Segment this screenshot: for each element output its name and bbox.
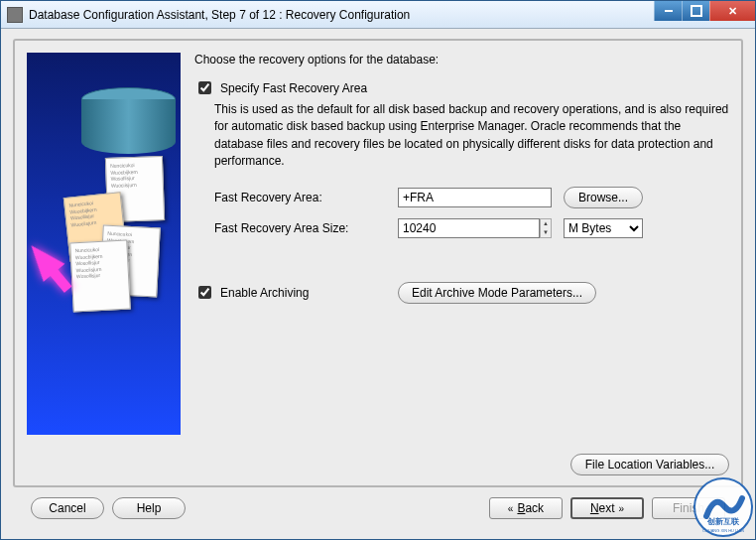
fra-size-unit-select[interactable]: M Bytes	[564, 218, 643, 238]
fra-path-label: Fast Recovery Area:	[214, 191, 398, 204]
specify-fra-checkbox-row[interactable]: Specify Fast Recovery Area	[194, 78, 729, 97]
maximize-button[interactable]	[682, 1, 709, 21]
spinner-down-icon[interactable]: ▼	[541, 228, 551, 237]
next-arrow-icon: »	[619, 503, 625, 514]
specify-fra-checkbox[interactable]	[198, 81, 211, 94]
fra-size-label: Fast Recovery Area Size:	[214, 221, 398, 235]
finish-button: Finish	[652, 497, 725, 519]
archiving-row: Enable Archiving Edit Archive Mode Param…	[194, 282, 729, 304]
next-button[interactable]: Next »	[570, 497, 644, 519]
cancel-button[interactable]: Cancel	[31, 497, 104, 519]
fra-size-row: Fast Recovery Area Size: ▲ ▼ M Bytes	[214, 218, 729, 238]
back-arrow-icon: «	[508, 503, 514, 514]
file-location-variables-button[interactable]: File Location Variables...	[570, 454, 729, 475]
enable-archiving-checkbox[interactable]	[198, 286, 211, 299]
help-button[interactable]: Help	[112, 497, 186, 519]
edit-archive-params-button[interactable]: Edit Archive Mode Parameters...	[398, 282, 596, 304]
titlebar[interactable]: Database Configuration Assistant, Step 7…	[1, 1, 755, 29]
fra-path-row: Fast Recovery Area: Browse...	[214, 187, 729, 208]
close-button[interactable]	[709, 1, 755, 21]
enable-archiving-label: Enable Archiving	[220, 286, 309, 300]
back-button[interactable]: « Back	[489, 497, 563, 519]
fra-path-input[interactable]	[398, 188, 552, 207]
window-title: Database Configuration Assistant, Step 7…	[29, 8, 654, 22]
back-label: Back	[517, 501, 544, 515]
fra-description: This is used as the default for all disk…	[214, 101, 729, 171]
window-controls	[654, 1, 755, 21]
specify-fra-label: Specify Fast Recovery Area	[220, 81, 367, 95]
browse-button[interactable]: Browse...	[564, 187, 643, 208]
spinner-up-icon[interactable]: ▲	[541, 219, 551, 228]
document-icon: Nuncicukoi Wuocbijkern Wosollisjur Wuoci…	[69, 240, 131, 313]
database-cylinder-icon	[81, 87, 176, 157]
pink-arrow-icon	[27, 236, 64, 282]
app-icon	[7, 7, 23, 23]
page-heading: Choose the recovery options for the data…	[194, 53, 729, 67]
fra-size-spinner[interactable]: ▲ ▼	[540, 218, 552, 238]
app-window: Database Configuration Assistant, Step 7…	[0, 0, 756, 540]
minimize-button[interactable]	[654, 1, 682, 21]
main-panel: Nuncicukoi Wuocbijkern Wosollisjur Wuoci…	[13, 39, 743, 487]
fra-size-input[interactable]	[398, 218, 540, 238]
client-area: Nuncicukoi Wuocbijkern Wosollisjur Wuoci…	[1, 29, 755, 539]
wizard-button-bar: Cancel Help « Back Next » Finish	[13, 487, 743, 529]
wizard-sidebar-image: Nuncicukoi Wuocbijkern Wosollisjur Wuoci…	[27, 53, 181, 435]
enable-archiving-checkbox-row[interactable]: Enable Archiving	[194, 283, 398, 302]
next-label: Next	[590, 501, 615, 515]
page-content: Choose the recovery options for the data…	[194, 53, 729, 473]
file-location-row: File Location Variables...	[570, 454, 729, 475]
